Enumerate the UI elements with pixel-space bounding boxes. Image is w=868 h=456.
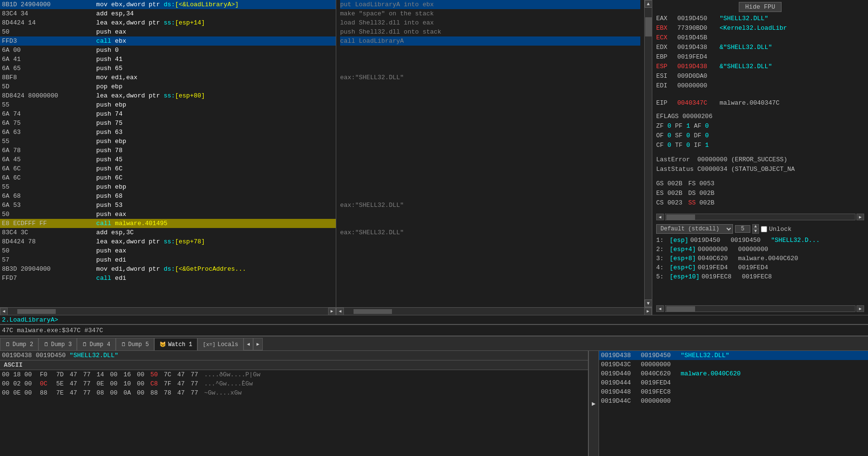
table-row[interactable]: 6A 6C push 6C — [0, 173, 336, 182]
dump-row: 00 18 00 F0 7D 47 77 14 00 16 00 50 7C 4… — [0, 370, 588, 379]
watch1-icon: 😺 — [159, 341, 166, 348]
comment-line: eax:"SHELL32.DLL" — [340, 201, 640, 210]
disasm-hscroll[interactable]: ◀ ▶ — [0, 307, 336, 315]
table-row[interactable]: FFD3 call ebx — [0, 36, 336, 46]
fpu-stack-hscroll-left[interactable]: ◀ — [656, 305, 664, 312]
hide-fpu-button[interactable]: Hide FPU — [739, 2, 781, 12]
table-row[interactable]: 6A 41 push 41 — [0, 55, 336, 64]
register-section: EAX 0019D450 "SHELL32.DLL" EBX 77390BD0 … — [656, 14, 864, 91]
fpu-hscroll-right[interactable]: ▶ — [856, 214, 864, 220]
scroll-down-btn[interactable]: ▼ — [645, 300, 652, 307]
table-row[interactable]: 6A 63 push 63 — [0, 128, 336, 137]
stack-line: 3: [esp+8] 0040C620 malware.0040C620 — [656, 254, 864, 263]
comment-line: eax:"SHELL32.DLL" — [340, 228, 640, 237]
table-row[interactable]: 6A 53 push 53 — [0, 201, 336, 210]
tab-dump5[interactable]: 🗒 Dump 5 — [116, 338, 154, 350]
scroll-track[interactable] — [645, 8, 652, 300]
hscroll-left-btn[interactable]: ◀ — [0, 308, 8, 315]
comment-scroll[interactable]: put LoadLibraryA into ebx make "space" o… — [336, 0, 644, 307]
table-row[interactable]: 6A 65 push 65 — [0, 64, 336, 73]
disasm-scroll[interactable]: 8B1D 24904000 mov ebx,dword ptr ds:[<&Lo… — [0, 0, 336, 307]
tab-locals-label: Locals — [218, 341, 238, 348]
table-row[interactable]: 6A 45 push 45 — [0, 155, 336, 164]
table-row[interactable]: 55 push ebp — [0, 182, 336, 192]
tab-dump4[interactable]: 🗒 Dump 4 — [77, 338, 115, 350]
fpu-stack-hscroll[interactable]: ◀ ▶ — [656, 304, 864, 313]
comment-panel: put LoadLibraryA into ebx make "space" o… — [336, 0, 652, 315]
hscroll-track[interactable] — [8, 309, 328, 314]
dump5-icon: 🗒 — [121, 341, 126, 348]
num-up-btn[interactable]: ▲ — [752, 224, 759, 229]
table-row[interactable]: 8B1D 24904000 mov ebx,dword ptr ds:[<&Lo… — [0, 0, 336, 9]
reg-ebp: EBP 0019FED4 — [656, 52, 864, 62]
table-row[interactable]: 8D4424 14 lea eax,dword ptr ss:[esp+14] — [0, 18, 336, 27]
table-row[interactable]: 83C4 3C add esp,3C — [0, 228, 336, 237]
hscroll-right-btn[interactable]: ▶ — [328, 308, 336, 315]
unlock-checkbox[interactable] — [761, 226, 767, 232]
nav-next-btn[interactable]: ▶ — [253, 338, 263, 350]
dump2-icon: 🗒 — [5, 341, 11, 348]
table-row[interactable]: 50 push eax — [0, 246, 336, 255]
comment-line: put LoadLibraryA into ebx — [340, 0, 640, 9]
locals-icon: [x=] — [203, 342, 215, 348]
table-row[interactable]: 50 push eax — [0, 210, 336, 219]
table-row[interactable]: 57 push edi — [0, 255, 336, 264]
dump-scroll[interactable]: 00 18 00 F0 7D 47 77 14 00 16 00 50 7C 4… — [0, 370, 588, 456]
table-row[interactable]: FFD7 call edi — [0, 274, 336, 283]
reg-edi: EDI 00000000 — [656, 81, 864, 91]
stack-entries: 1: [esp] 0019D450 0019D450 "SHELL32.D...… — [656, 236, 864, 302]
table-row[interactable]: 8D4424 78 lea eax,dword ptr ss:[esp+78] — [0, 237, 336, 246]
stack-data-row: 0019D44C 00000000 — [599, 396, 868, 406]
hscroll-track[interactable] — [344, 309, 644, 314]
comment-scrollbar[interactable]: ▲ ▼ — [644, 0, 652, 307]
table-row[interactable]: 6A 78 push 78 — [0, 146, 336, 155]
table-row[interactable]: 8B3D 20904000 mov edi,dword ptr ds:[<&Ge… — [0, 264, 336, 274]
table-row[interactable]: 6A 74 push 74 — [0, 109, 336, 119]
dump3-icon: 🗒 — [44, 341, 49, 348]
nav-prev-btn[interactable]: ◀ — [244, 338, 253, 350]
stack-line: 5: [esp+10] 0019FEC8 0019FEC8 — [656, 272, 864, 281]
fpu-hscroll-left[interactable]: ◀ — [656, 214, 664, 220]
lasterror-section: LastError 00000000 (ERROR_SUCCESS) LastS… — [656, 155, 864, 174]
table-row[interactable]: 83C4 34 add esp,34 — [0, 9, 336, 18]
tab-dump4-label: Dump 4 — [89, 341, 110, 348]
stdcall-select[interactable]: Default (stdcall) — [656, 224, 733, 234]
table-row[interactable]: 55 push ebp — [0, 100, 336, 109]
tab-dump3[interactable]: 🗒 Dump 3 — [38, 338, 77, 350]
fpu-hscroll-track[interactable] — [665, 214, 856, 220]
table-row[interactable]: 55 push ebp — [0, 137, 336, 146]
disasm-table: 8B1D 24904000 mov ebx,dword ptr ds:[<&Lo… — [0, 0, 336, 283]
reg-eip: EIP 0040347C malware.0040347C — [656, 98, 864, 108]
comment-line: eax:"SHELL32.DLL" — [340, 73, 640, 82]
tab-locals[interactable]: [x=] Locals — [197, 338, 244, 350]
num-down-btn[interactable]: ▼ — [752, 229, 759, 234]
stack-data-scroll[interactable]: 0019D438 0019D450 "SHELL32.DLL" 0019D43C… — [599, 351, 868, 456]
comment-line: load Shell32.dll into eax — [340, 18, 640, 27]
table-row[interactable]: 5D pop ebp — [0, 82, 336, 91]
fpu-stack-hscroll-track[interactable] — [665, 305, 856, 312]
scroll-up-btn[interactable]: ▲ — [645, 0, 652, 8]
reg-ebx: EBX 77390BD0 <Kernel32.LoadLibr — [656, 24, 864, 33]
reg-eax: EAX 0019D450 "SHELL32.DLL" — [656, 14, 864, 24]
comment-line: make "space" on the stack — [340, 9, 640, 18]
table-row[interactable]: E8 ECDFFF FF call malware.401495 — [0, 219, 336, 228]
sep-arrow[interactable]: ▶ — [588, 351, 599, 456]
ref-text: 2.LoadLibraryA> — [2, 316, 58, 324]
table-row[interactable]: 6A 75 push 75 — [0, 119, 336, 128]
table-row[interactable]: 8D8424 80000000 lea eax,dword ptr ss:[es… — [0, 91, 336, 100]
stack-num-input[interactable] — [735, 225, 750, 233]
table-row[interactable]: 6A 6C push 6C — [0, 164, 336, 173]
tab-dump2[interactable]: 🗒 Dump 2 — [0, 338, 38, 350]
comment-hscroll[interactable]: ◀ ▶ — [336, 307, 652, 315]
stack-data-row: 0019D43C 00000000 — [599, 360, 868, 369]
table-row[interactable]: 8BF8 mov edi,eax — [0, 73, 336, 82]
table-row[interactable]: 50 push eax — [0, 27, 336, 36]
hscroll-left-btn[interactable]: ◀ — [336, 308, 344, 315]
table-row[interactable]: 6A 68 push 68 — [0, 192, 336, 201]
hscroll-right-btn[interactable]: ▶ — [644, 308, 652, 315]
tab-watch1[interactable]: 😺 Watch 1 — [154, 338, 197, 350]
table-row[interactable]: 6A 00 push 0 — [0, 46, 336, 55]
hscroll-thumb — [354, 309, 392, 314]
fpu-stack-hscroll-right[interactable]: ▶ — [856, 305, 864, 312]
fpu-hscroll[interactable]: ◀ ▶ — [656, 213, 864, 221]
